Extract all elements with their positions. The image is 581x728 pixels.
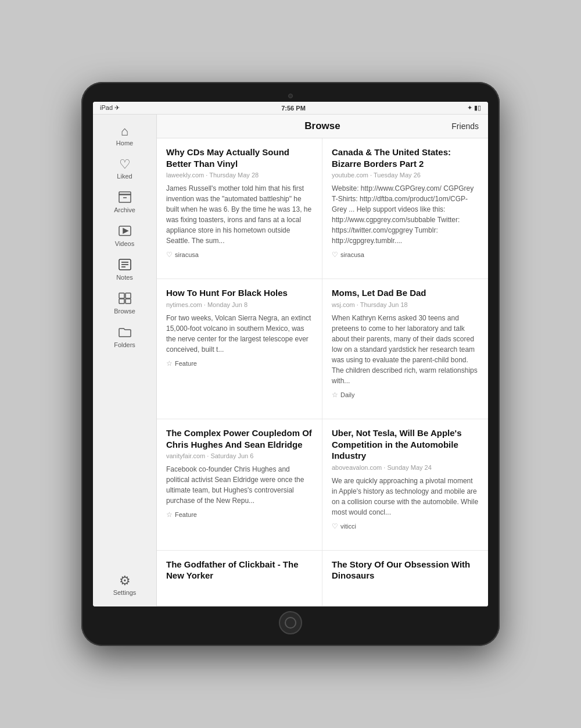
ipad-label: iPad ✈ bbox=[100, 104, 120, 112]
article-title: The Complex Power Coupledom Of Chris Hug… bbox=[166, 427, 313, 450]
svg-rect-12 bbox=[125, 299, 131, 304]
svg-rect-1 bbox=[119, 192, 131, 195]
heart-icon: ♡ bbox=[332, 522, 338, 530]
article-tag: siracusa bbox=[175, 251, 199, 258]
article-meta: aboveavalon.com · Sunday May 24 bbox=[332, 464, 479, 471]
sidebar-item-notes[interactable]: Notes bbox=[93, 253, 156, 287]
article-card[interactable]: Moms, Let Dad Be Dad wsj.com · Thursday … bbox=[322, 279, 488, 419]
article-tag: siracusa bbox=[340, 251, 364, 258]
article-title: Uber, Not Tesla, Will Be Apple's Competi… bbox=[332, 427, 479, 462]
sidebar-item-browse[interactable]: Browse bbox=[93, 287, 156, 320]
article-meta: laweekly.com · Thursday May 28 bbox=[166, 172, 313, 179]
article-excerpt: For two weeks, Volcan Sierra Negra, an e… bbox=[166, 313, 313, 355]
heart-icon: ♡ bbox=[166, 251, 173, 259]
article-footer: ☆ Daily bbox=[332, 391, 479, 399]
sidebar-label-videos: Videos bbox=[115, 240, 134, 247]
settings-icon: ⚙ bbox=[119, 574, 131, 587]
browse-title: Browse bbox=[201, 120, 444, 132]
friends-button[interactable]: Friends bbox=[444, 122, 479, 131]
svg-marker-4 bbox=[123, 229, 128, 233]
article-title: Canada & The United States: Bizarre Bord… bbox=[332, 147, 479, 169]
article-tag: viticci bbox=[340, 523, 356, 530]
notes-icon bbox=[119, 259, 131, 272]
article-card[interactable]: The Story Of Our Obsession With Dinosaur… bbox=[322, 551, 488, 606]
article-meta: youtube.com · Tuesday May 26 bbox=[332, 172, 479, 179]
top-bar: Browse Friends bbox=[157, 115, 488, 138]
sidebar-label-home: Home bbox=[116, 140, 133, 147]
svg-rect-11 bbox=[119, 299, 124, 304]
article-footer: ♡ siracusa bbox=[166, 251, 313, 259]
sidebar-label-archive: Archive bbox=[114, 206, 135, 213]
star-icon: ☆ bbox=[166, 359, 173, 367]
article-excerpt: We are quickly approaching a pivotal mom… bbox=[332, 476, 479, 518]
article-card[interactable]: How To Hunt For Black Holes nytimes.com … bbox=[157, 279, 322, 419]
article-tag: Feature bbox=[175, 511, 197, 518]
sidebar-label-liked: Liked bbox=[117, 173, 132, 180]
folders-icon bbox=[119, 326, 131, 340]
article-excerpt: James Russell's mother told him that his… bbox=[166, 183, 313, 246]
app-content: ⌂ Home ♡ Liked Archive bbox=[93, 115, 488, 606]
article-footer: ☆ Feature bbox=[166, 359, 313, 367]
article-excerpt: When Kathryn Kerns asked 30 teens and pr… bbox=[332, 313, 479, 386]
videos-icon bbox=[119, 225, 131, 238]
svg-rect-9 bbox=[119, 293, 124, 298]
article-title: The Godfather of Clickbait - The New Yor… bbox=[166, 559, 313, 581]
home-icon: ⌂ bbox=[121, 125, 128, 138]
articles-grid: Why CDs May Actually Sound Better Than V… bbox=[157, 138, 488, 606]
article-meta: wsj.com · Thursday Jun 18 bbox=[332, 301, 479, 308]
article-footer: ♡ viticci bbox=[332, 522, 479, 530]
article-meta: vanityfair.com · Saturday Jun 6 bbox=[166, 452, 313, 459]
sidebar-item-liked[interactable]: ♡ Liked bbox=[93, 152, 156, 185]
article-card[interactable]: The Complex Power Coupledom Of Chris Hug… bbox=[157, 419, 322, 551]
sidebar-item-archive[interactable]: Archive bbox=[93, 185, 156, 219]
sidebar-item-videos[interactable]: Videos bbox=[93, 219, 156, 253]
status-bar: iPad ✈ 7:56 PM ✦ ▮▯ bbox=[93, 102, 488, 115]
article-meta: nytimes.com · Monday Jun 8 bbox=[166, 301, 313, 308]
status-time: 7:56 PM bbox=[281, 105, 306, 112]
article-tag: Feature bbox=[175, 360, 197, 367]
article-card[interactable]: Uber, Not Tesla, Will Be Apple's Competi… bbox=[322, 419, 488, 551]
battery-icon: ✦ ▮▯ bbox=[467, 104, 481, 112]
main-content: Browse Friends Why CDs May Actually Soun… bbox=[157, 115, 488, 606]
ipad-screen: iPad ✈ 7:56 PM ✦ ▮▯ ⌂ Home ♡ Liked bbox=[93, 102, 488, 606]
article-card[interactable]: Canada & The United States: Bizarre Bord… bbox=[322, 138, 488, 279]
article-card[interactable]: The Godfather of Clickbait - The New Yor… bbox=[157, 551, 322, 606]
heart-icon: ♡ bbox=[332, 251, 338, 259]
home-button[interactable] bbox=[279, 611, 302, 634]
article-footer: ☆ Feature bbox=[166, 511, 313, 519]
ipad-device: iPad ✈ 7:56 PM ✦ ▮▯ ⌂ Home ♡ Liked bbox=[81, 82, 500, 646]
sidebar-label-notes: Notes bbox=[116, 274, 133, 281]
sidebar: ⌂ Home ♡ Liked Archive bbox=[93, 115, 157, 606]
article-card[interactable]: Why CDs May Actually Sound Better Than V… bbox=[157, 138, 322, 279]
article-title: The Story Of Our Obsession With Dinosaur… bbox=[332, 559, 479, 581]
status-right: ✦ ▮▯ bbox=[467, 104, 481, 112]
article-title: Why CDs May Actually Sound Better Than V… bbox=[166, 147, 313, 169]
sidebar-item-settings[interactable]: ⚙ Settings bbox=[93, 569, 156, 602]
star-icon: ☆ bbox=[332, 391, 338, 399]
sidebar-label-folders: Folders bbox=[114, 341, 135, 348]
browse-icon bbox=[119, 292, 131, 306]
sidebar-item-folders[interactable]: Folders bbox=[93, 320, 156, 354]
status-left: iPad ✈ bbox=[100, 104, 120, 112]
article-tag: Daily bbox=[340, 391, 354, 398]
archive-icon bbox=[119, 191, 131, 205]
article-title: How To Hunt For Black Holes bbox=[166, 287, 313, 299]
article-title: Moms, Let Dad Be Dad bbox=[332, 287, 479, 299]
sidebar-item-home[interactable]: ⌂ Home bbox=[93, 119, 156, 152]
ipad-camera bbox=[288, 94, 293, 98]
article-footer: ♡ siracusa bbox=[332, 251, 479, 259]
svg-rect-0 bbox=[119, 194, 131, 202]
svg-rect-10 bbox=[125, 293, 131, 298]
home-button-inner bbox=[285, 617, 296, 629]
star-icon: ☆ bbox=[166, 511, 173, 519]
article-excerpt: Website: http://www.CGPGrey.com/ CGPGrey… bbox=[332, 183, 479, 246]
sidebar-label-settings: Settings bbox=[113, 589, 137, 596]
heart-icon: ♡ bbox=[119, 158, 131, 171]
sidebar-label-browse: Browse bbox=[114, 308, 135, 315]
article-excerpt: Facebook co-founder Chris Hughes and pol… bbox=[166, 464, 313, 506]
